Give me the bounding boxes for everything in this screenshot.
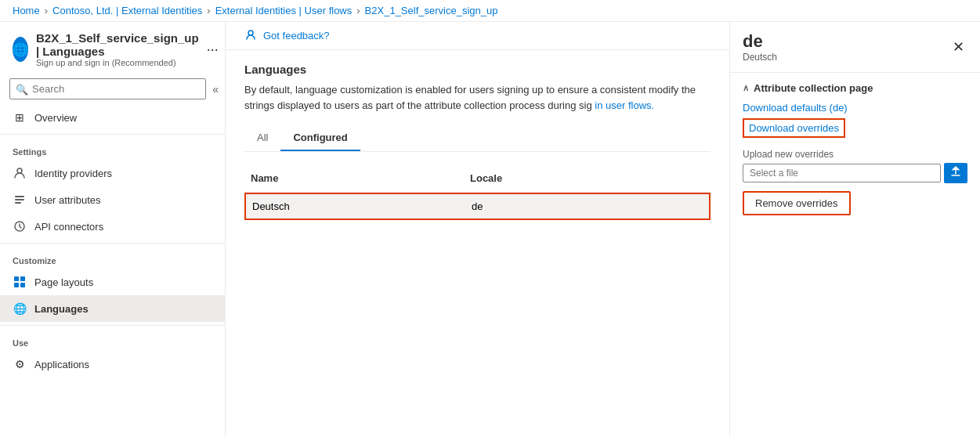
breadcrumb-sep-2: › bbox=[207, 5, 210, 16]
svg-rect-8 bbox=[20, 283, 25, 287]
section-settings: Settings bbox=[0, 138, 225, 160]
section-customize: Customize bbox=[0, 247, 225, 269]
breadcrumb-sep-1: › bbox=[45, 5, 48, 16]
section-use: Use bbox=[0, 329, 225, 351]
remove-overrides-button[interactable]: Remove overrides bbox=[743, 191, 851, 215]
tabs: All Configured bbox=[244, 125, 711, 152]
page-description: By default, language customization is en… bbox=[244, 82, 699, 113]
panel-lang-code: de bbox=[743, 31, 777, 52]
breadcrumb-home[interactable]: Home bbox=[13, 5, 40, 16]
languages-icon: 🌐 bbox=[13, 302, 27, 316]
breadcrumb-b2x[interactable]: B2X_1_Self_service_sign_up bbox=[365, 5, 498, 16]
right-panel: de Deutsch ✕ ∧ Attribute collection page… bbox=[729, 22, 980, 437]
download-overrides-link[interactable]: Download overrides bbox=[743, 118, 845, 138]
upload-row bbox=[743, 163, 967, 183]
header-menu-button[interactable]: ··· bbox=[207, 42, 219, 58]
sidebar-item-identity-label: Identity providers bbox=[34, 168, 112, 179]
sidebar-item-user-attributes[interactable]: User attributes bbox=[0, 186, 225, 213]
breadcrumb-sep-3: › bbox=[356, 5, 360, 16]
sidebar-item-applications-label: Applications bbox=[34, 359, 89, 370]
collapse-button[interactable]: « bbox=[209, 80, 222, 99]
svg-rect-6 bbox=[20, 276, 25, 281]
sidebar-item-identity-providers[interactable]: Identity providers bbox=[0, 160, 225, 186]
feedback-text: Got feedback? bbox=[263, 30, 330, 42]
panel-section-header: ∧ Attribute collection page bbox=[743, 82, 967, 94]
svg-rect-3 bbox=[15, 202, 21, 204]
search-icon: 🔍 bbox=[16, 83, 28, 95]
chevron-icon: ∧ bbox=[743, 83, 749, 93]
overview-icon: ⊞ bbox=[13, 110, 27, 125]
tab-all[interactable]: All bbox=[244, 125, 280, 151]
breadcrumb-user-flows[interactable]: External Identities | User flows bbox=[215, 5, 353, 16]
sidebar-item-overview-label: Overview bbox=[34, 112, 77, 124]
table-row[interactable]: Deutsch de bbox=[244, 193, 711, 220]
panel-section: ∧ Attribute collection page Download def… bbox=[730, 73, 980, 225]
app-icon: 🌐 bbox=[13, 37, 28, 62]
breadcrumb: Home › Contoso, Ltd. | External Identiti… bbox=[0, 0, 980, 22]
identity-providers-icon bbox=[13, 166, 27, 180]
sidebar-item-languages-label: Languages bbox=[34, 303, 89, 315]
languages-table: Name Locale Deutsch de bbox=[244, 164, 711, 220]
upload-button[interactable] bbox=[944, 163, 967, 183]
applications-icon: ⚙ bbox=[13, 357, 27, 371]
sidebar-subtitle: Sign up and sign in (Recommended) bbox=[36, 58, 199, 67]
search-input[interactable] bbox=[9, 78, 206, 99]
feedback-bar[interactable]: Got feedback? bbox=[226, 22, 729, 50]
sidebar-title: B2X_1_Self_service_sign_up | Languages bbox=[36, 31, 199, 58]
page-title: Languages bbox=[244, 63, 711, 76]
cell-locale: de bbox=[465, 196, 709, 217]
cell-name: Deutsch bbox=[246, 196, 465, 217]
svg-point-9 bbox=[248, 31, 253, 35]
description-link[interactable]: in user flows. bbox=[595, 99, 654, 111]
sidebar-item-applications[interactable]: ⚙ Applications bbox=[0, 351, 225, 377]
sidebar-item-page-layouts-label: Page layouts bbox=[34, 276, 93, 288]
panel-lang-name: Deutsch bbox=[743, 52, 777, 63]
svg-rect-7 bbox=[14, 283, 19, 287]
feedback-icon bbox=[244, 28, 257, 43]
sidebar-item-overview[interactable]: ⊞ Overview bbox=[0, 104, 225, 131]
sidebar-item-api-connectors[interactable]: API connectors bbox=[0, 213, 225, 240]
file-input[interactable] bbox=[743, 164, 941, 182]
svg-rect-2 bbox=[15, 199, 24, 200]
col-name-header: Name bbox=[244, 169, 464, 187]
panel-close-button[interactable]: ✕ bbox=[949, 35, 967, 59]
sidebar-item-api-label: API connectors bbox=[34, 221, 103, 233]
col-locale-header: Locale bbox=[464, 169, 711, 187]
panel-section-title: Attribute collection page bbox=[754, 82, 873, 94]
panel-header: de Deutsch ✕ bbox=[730, 22, 980, 73]
download-defaults-link[interactable]: Download defaults (de) bbox=[743, 102, 967, 114]
upload-label: Upload new overrides bbox=[743, 149, 967, 160]
svg-point-0 bbox=[17, 168, 22, 173]
svg-rect-5 bbox=[14, 276, 19, 281]
page-layouts-icon bbox=[13, 275, 27, 289]
table-header: Name Locale bbox=[244, 164, 711, 193]
breadcrumb-contoso[interactable]: Contoso, Ltd. | External Identities bbox=[52, 5, 202, 16]
tab-configured[interactable]: Configured bbox=[280, 125, 360, 151]
sidebar-item-page-layouts[interactable]: Page layouts bbox=[0, 269, 225, 295]
api-connectors-icon bbox=[13, 219, 27, 233]
sidebar-item-languages[interactable]: 🌐 Languages bbox=[0, 295, 225, 322]
user-attributes-icon bbox=[13, 193, 27, 207]
main-content: Got feedback? Languages By default, lang… bbox=[226, 22, 729, 437]
sidebar-item-user-attributes-label: User attributes bbox=[34, 194, 101, 206]
svg-rect-1 bbox=[15, 196, 24, 197]
sidebar: 🌐 B2X_1_Self_service_sign_up | Languages… bbox=[0, 22, 226, 437]
